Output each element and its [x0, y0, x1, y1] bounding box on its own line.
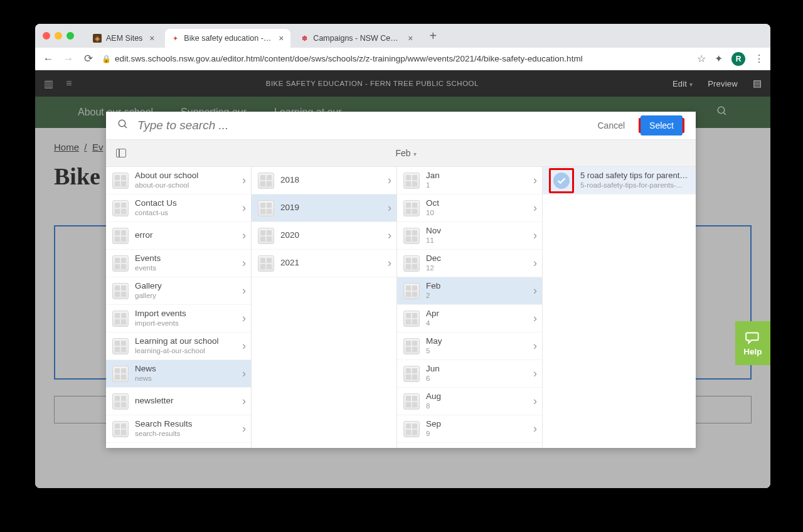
list-item[interactable]: 2021› — [252, 250, 396, 277]
item-title: Jun — [426, 364, 527, 374]
page-thumbnail-icon — [112, 228, 129, 244]
chevron-right-icon: › — [388, 201, 391, 215]
tab-bike-safety[interactable]: ✦ Bike safety education - Fern Tr × — [165, 29, 290, 48]
maximize-window-icon[interactable] — [66, 32, 74, 40]
chevron-right-icon: › — [242, 229, 246, 242]
menu-icon[interactable]: ⋮ — [754, 53, 764, 65]
list-item[interactable]: Jan1› — [397, 167, 542, 194]
list-item[interactable]: Newsnews› — [106, 360, 251, 388]
page-thumbnail-icon — [258, 228, 274, 244]
list-item[interactable]: Apr4› — [397, 305, 542, 332]
settings-slider-icon[interactable]: ≡ — [66, 78, 72, 90]
list-item[interactable]: Sep9› — [397, 415, 542, 443]
page-thumbnail-icon — [403, 228, 420, 244]
list-item[interactable]: Search Resultssearch-results› — [106, 415, 251, 443]
new-tab-button[interactable]: + — [423, 29, 444, 43]
tab-label: AEM Sites — [106, 34, 142, 43]
bookmark-icon[interactable]: ☆ — [697, 53, 706, 65]
tab-aem-sites[interactable]: ◈ AEM Sites × — [87, 29, 161, 48]
chevron-right-icon: › — [533, 312, 537, 325]
item-subtitle: news — [135, 375, 236, 383]
item-title: 2021 — [280, 258, 381, 268]
list-item[interactable]: Feb2› — [397, 277, 542, 305]
help-widget[interactable]: Help — [735, 321, 770, 365]
list-item[interactable]: Dec12› — [397, 250, 542, 277]
close-tab-icon[interactable]: × — [408, 33, 413, 43]
list-item[interactable]: 2019› — [252, 194, 396, 222]
column-4: 5 road safety tips for parents a...5-roa… — [543, 167, 696, 448]
close-window-icon[interactable] — [43, 32, 50, 40]
chevron-right-icon: › — [242, 284, 246, 297]
preview-button[interactable]: Preview — [708, 79, 738, 88]
item-title: About our school — [135, 171, 236, 181]
close-tab-icon[interactable]: × — [279, 33, 284, 43]
url-bar: ← → ⟳ 🔒 edit.sws.schools.nsw.gov.au/edit… — [35, 48, 770, 70]
item-title: May — [426, 336, 527, 346]
checkmark-icon[interactable] — [553, 173, 570, 189]
page-thumbnail-icon — [403, 393, 420, 410]
chevron-right-icon: › — [242, 257, 246, 270]
back-icon[interactable]: ← — [41, 53, 55, 65]
item-title: 2018 — [280, 175, 381, 185]
item-subtitle: 5 — [426, 347, 527, 356]
item-subtitle: 9 — [426, 430, 527, 439]
page-thumbnail-icon — [403, 255, 420, 272]
page-thumbnail-icon — [403, 283, 420, 299]
chevron-right-icon: › — [533, 174, 537, 187]
search-input[interactable] — [137, 119, 583, 132]
item-text: 5 road safety tips for parents a...5-roa… — [580, 171, 691, 189]
page-thumbnail-icon — [112, 173, 129, 189]
reload-icon[interactable]: ⟳ — [82, 52, 95, 65]
item-subtitle: gallery — [135, 292, 236, 301]
picker-breadcrumb-dropdown[interactable]: Feb▾ — [126, 148, 686, 158]
list-item[interactable]: Contact Uscontact-us› — [106, 194, 251, 222]
column-2: 2018›2019›2020›2021› — [252, 167, 397, 448]
list-item[interactable]: Oct10› — [397, 194, 542, 222]
column-browser: About our schoolabout-our-school›Contact… — [106, 167, 696, 448]
list-item[interactable]: Gallerygallery› — [106, 277, 251, 305]
item-subtitle: contact-us — [135, 209, 236, 218]
cancel-button[interactable]: Cancel — [592, 117, 630, 134]
item-title: Apr — [426, 309, 527, 319]
list-item[interactable]: Jun6› — [397, 360, 542, 388]
side-panel-icon[interactable]: ▤ — [753, 78, 762, 89]
item-text: Dec12 — [426, 253, 527, 273]
edit-mode-dropdown[interactable]: Edit ▾ — [673, 79, 693, 88]
list-item-selected-article[interactable]: 5 road safety tips for parents a...5-roa… — [543, 167, 696, 194]
rail-toggle-icon[interactable] — [116, 149, 126, 157]
minimize-window-icon[interactable] — [55, 32, 62, 40]
url-input[interactable]: 🔒 edit.sws.schools.nsw.gov.au/editor.htm… — [102, 54, 691, 63]
extensions-icon[interactable]: ✦ — [715, 53, 723, 65]
list-item[interactable]: Aug8› — [397, 388, 542, 415]
item-subtitle: 6 — [426, 375, 527, 383]
list-item[interactable]: 2020› — [252, 222, 396, 250]
svg-line-3 — [124, 125, 127, 128]
list-item[interactable]: Import eventsimport-events› — [106, 305, 251, 332]
item-text: 2018 — [280, 175, 381, 185]
item-subtitle: import-events — [135, 319, 236, 328]
list-item[interactable]: Eventsevents› — [106, 250, 251, 277]
chevron-right-icon: › — [242, 367, 246, 380]
tab-campaigns[interactable]: ✽ Campaigns - NSW Centre for R × — [294, 29, 420, 48]
list-item[interactable]: May5› — [397, 332, 542, 360]
profile-avatar[interactable]: R — [731, 52, 745, 66]
select-button[interactable]: Select — [641, 115, 683, 136]
item-subtitle: events — [135, 264, 236, 273]
forward-icon[interactable]: → — [61, 53, 75, 65]
list-item[interactable]: newsletter› — [106, 388, 251, 415]
close-tab-icon[interactable]: × — [149, 33, 154, 43]
chevron-right-icon: › — [533, 257, 537, 270]
item-text: Learning at our schoollearning-at-our-sc… — [135, 336, 236, 356]
highlight-box: Select — [639, 118, 684, 133]
item-text: Aug8 — [426, 391, 527, 411]
list-item[interactable]: 2018› — [252, 167, 396, 194]
page-thumbnail-icon — [403, 311, 420, 327]
list-item[interactable]: About our schoolabout-our-school› — [106, 167, 251, 194]
panel-toggle-icon[interactable]: ▥ — [44, 78, 53, 90]
list-item[interactable]: Learning at our schoollearning-at-our-sc… — [106, 332, 251, 360]
chevron-down-icon: ▾ — [689, 81, 693, 88]
list-item[interactable]: Nov11› — [397, 222, 542, 250]
url-text: edit.sws.schools.nsw.gov.au/editor.html/… — [115, 54, 583, 63]
item-text: Jan1 — [426, 171, 527, 190]
list-item[interactable]: error› — [106, 222, 251, 250]
